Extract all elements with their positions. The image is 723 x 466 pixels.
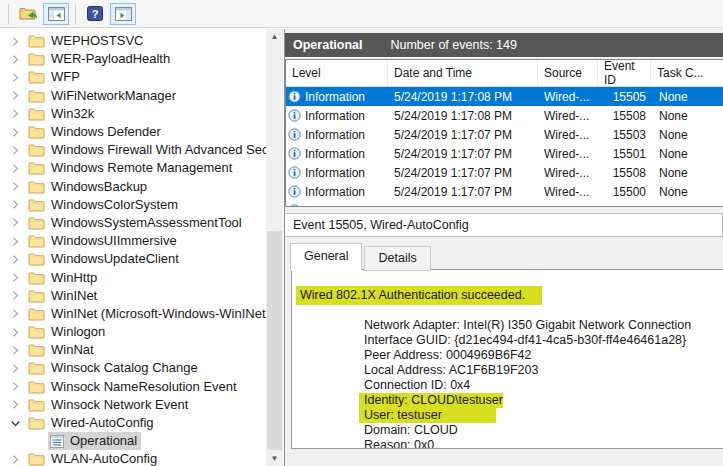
tree-item-wephostsvc[interactable]: WEPHOSTSVC [0,32,266,50]
column-header-level[interactable]: Level [286,60,388,86]
task-category-cell: None [651,128,723,142]
chevron-right-icon[interactable] [8,164,22,173]
tree-item-windows-remote-management[interactable]: Windows Remote Management [0,159,266,177]
chevron-right-icon[interactable] [8,400,22,409]
tree-item-label: Operational [70,433,137,449]
event-id-cell: 15508 [598,166,651,180]
chevron-right-icon[interactable] [8,291,22,300]
chevron-right-icon[interactable] [8,218,22,227]
tree-scrollbar[interactable]: ▲ ▼ [266,29,283,466]
tree-item-winnat[interactable]: WinNat [0,341,266,359]
event-count: Number of events: 149 [390,38,516,52]
information-icon [288,147,301,160]
scroll-down-icon[interactable]: ▼ [266,451,283,466]
right-panel: Operational Number of events: 149 LevelD… [284,29,723,466]
event-row-15508[interactable]: Information5/24/2019 1:17:08 PMWired-...… [286,106,723,125]
chevron-right-icon[interactable] [8,73,22,82]
tree-item-wired-autoconfig[interactable]: Wired-AutoConfig [0,414,266,432]
event-field: Local Address: AC1F6B19F203 [359,363,538,377]
tree-item-wer-payloadhealth[interactable]: WER-PayloadHealth [0,50,266,68]
chevron-right-icon[interactable] [8,182,22,191]
tree-item-windowscolorsystem[interactable]: WindowsColorSystem [0,196,266,214]
tree-item-windows-defender[interactable]: Windows Defender [0,123,266,141]
tree-item-label: Winsock NameResolution Event [51,379,237,395]
tree-item-windowssystemassessmenttool[interactable]: WindowsSystemAssessmentTool [0,214,266,232]
chevron-right-icon[interactable] [8,364,22,373]
chevron-right-icon[interactable] [8,237,22,246]
column-header-event-id[interactable]: Event ID [598,60,651,86]
event-viewer-window: ? WEPHOSTSVCWER-PayloadHealthWFPWiFiNetw… [0,0,723,466]
chevron-right-icon[interactable] [8,255,22,264]
tree-item-wfp[interactable]: WFP [0,68,266,86]
tree-item-label: WindowsBackup [51,179,147,195]
tree-item-wininet[interactable]: WinINet [0,287,266,305]
tree-item-wlan-autoconfig[interactable]: WLAN-AutoConfig [0,450,266,466]
event-message: Wired 802.1X Authentication succeeded. [296,286,542,305]
tree-item-wifinetworkmanager[interactable]: WiFiNetworkManager [0,87,266,105]
chevron-right-icon[interactable] [8,382,22,391]
tree-item-windows-firewall-with-advanced-secu[interactable]: Windows Firewall With Advanced Secu [0,141,266,159]
date-cell: 5/24/2019 1:17:07 PM [388,147,538,161]
event-row-15505[interactable]: Information5/24/2019 1:17:08 PMWired-...… [286,87,723,106]
tree-item-label: WFP [51,69,80,85]
detail-tabs: GeneralDetails [290,243,433,271]
chevron-right-icon[interactable] [8,328,22,337]
tree-node-content: WEPHOSTSVC [26,32,147,50]
column-header-date-and-time[interactable]: Date and Time [388,60,538,86]
event-row-15508[interactable]: Information5/24/2019 1:17:07 PMWired-...… [286,163,723,182]
tree-item-windowsuiimmersive[interactable]: WindowsUIImmersive [0,232,266,250]
tree-item-win32k[interactable]: Win32k [0,105,266,123]
tree-item-wininet-microsoft-windows-wininet[interactable]: WinINet (Microsoft-Windows-WinINet [0,305,266,323]
chevron-right-icon[interactable] [8,55,22,64]
tree-item-operational[interactable]: Operational [0,432,266,450]
scrollbar-thumb[interactable] [267,231,282,450]
chevron-right-icon[interactable] [8,91,22,100]
chevron-right-icon[interactable] [8,273,22,282]
toggle-action-pane-button[interactable] [110,3,136,25]
event-row-15501[interactable]: Information5/24/2019 1:17:07 PMWired-...… [286,144,723,163]
chevron-right-icon[interactable] [8,37,22,46]
help-button[interactable]: ? [82,3,108,25]
tree-node-content: WindowsUpdateClient [26,250,183,268]
console-tree: WEPHOSTSVCWER-PayloadHealthWFPWiFiNetwor… [0,29,266,466]
level-text: Information [305,166,365,180]
tab-general[interactable]: General [290,243,362,271]
folder-icon [28,180,45,194]
event-row-15500[interactable]: Information5/24/2019 1:17:07 PMWired-...… [286,182,723,201]
tree-item-windowsupdateclient[interactable]: WindowsUpdateClient [0,250,266,268]
event-row-partial[interactable] [286,201,723,207]
svg-text:?: ? [92,8,99,20]
event-field: Domain: CLOUD [359,423,458,437]
folder-icon [28,234,45,248]
tree-item-winsock-catalog-change[interactable]: Winsock Catalog Change [0,359,266,377]
tab-details[interactable]: Details [364,246,430,271]
scroll-up-icon[interactable]: ▲ [266,29,283,44]
tree-item-winsock-network-event[interactable]: Winsock Network Event [0,396,266,414]
folder-icon [28,361,45,375]
tree-item-winsock-nameresolution-event[interactable]: Winsock NameResolution Event [0,378,266,396]
toggle-console-tree-icon [48,7,65,21]
chevron-down-icon[interactable] [8,419,22,428]
column-header-task-c[interactable]: Task C... [651,60,723,86]
event-row-15503[interactable]: Information5/24/2019 1:17:07 PMWired-...… [286,125,723,144]
chevron-right-icon[interactable] [8,309,22,318]
chevron-right-icon[interactable] [8,346,22,355]
tree-item-windowsbackup[interactable]: WindowsBackup [0,178,266,196]
tree-item-winlogon[interactable]: Winlogon [0,323,266,341]
chevron-right-icon[interactable] [8,146,22,155]
chevron-right-icon[interactable] [8,200,22,209]
tree-item-label: WindowsSystemAssessmentTool [51,215,242,231]
folder-icon [28,125,45,139]
level-cell: Information [286,109,388,123]
event-id-cell: 15508 [598,109,651,123]
chevron-right-icon[interactable] [8,455,22,464]
chevron-right-icon[interactable] [8,109,22,118]
level-text: Information [305,109,365,123]
open-saved-log-button[interactable] [15,3,41,25]
column-header-source[interactable]: Source [538,60,598,86]
task-category-cell: None [651,90,723,104]
tree-item-winhttp[interactable]: WinHttp [0,268,266,286]
chevron-right-icon[interactable] [8,128,22,137]
toggle-console-tree-button[interactable] [43,3,69,25]
event-id-cell: 15505 [598,90,651,104]
